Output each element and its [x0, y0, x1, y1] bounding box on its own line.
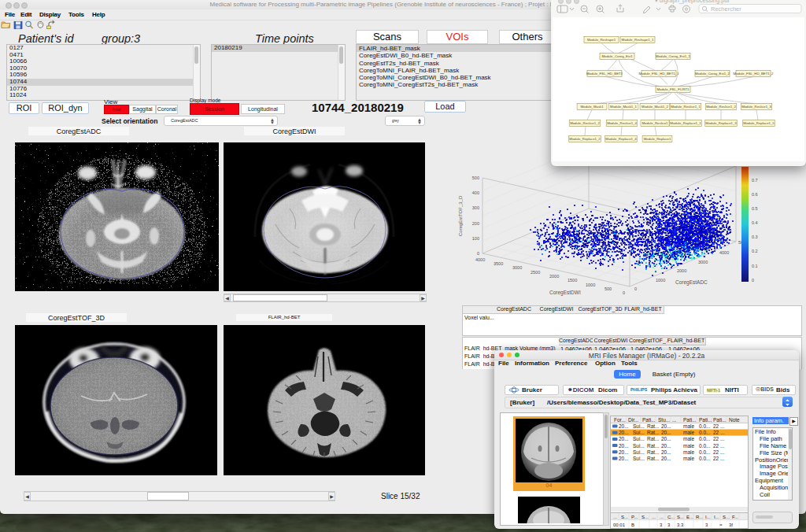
svg-text:Module_Replace1_5: Module_Replace1_5	[743, 121, 775, 125]
svg-text:0.0...: 0.0...	[699, 423, 711, 429]
svg-text:400: 400	[472, 190, 479, 195]
svg-text:Module_Reslice1_2: Module_Reslice1_2	[570, 121, 600, 125]
svg-text:00:01: 00:01	[613, 523, 626, 527]
svg-text:CoregEstDWI: CoregEstDWI	[549, 290, 581, 296]
svg-text:S...: S...	[621, 515, 628, 519]
svg-text:Rat...: Rat...	[647, 423, 660, 429]
svg-text:1500: 1500	[568, 278, 577, 283]
svg-text:Module_Replace1_1: Module_Replace1_1	[670, 121, 701, 125]
svg-text:0.2: 0.2	[752, 249, 758, 253]
svg-text:2500: 2500	[531, 270, 540, 275]
svg-text:3: 3	[660, 523, 663, 527]
svg-text:E...: E...	[686, 515, 693, 519]
svg-text:20...: 20...	[661, 423, 671, 429]
svg-text:Module_Reslice1: Module_Reslice1	[642, 121, 669, 125]
svg-text:S...: S...	[641, 515, 649, 519]
svg-text:Stu...: Stu...	[658, 417, 670, 423]
svg-text:Pati...: Pati...	[713, 417, 727, 423]
svg-text:3000: 3000	[512, 265, 522, 270]
svg-text:Module_Reslice1_3: Module_Reslice1_3	[741, 105, 771, 109]
svg-text:male: male	[683, 423, 694, 429]
svg-text:=: =	[719, 523, 723, 527]
svg-text:0: 0	[752, 278, 754, 283]
svg-text:...: ...	[652, 515, 656, 519]
svg-text:Module_Mask1_1: Module_Mask1_1	[610, 105, 638, 109]
svg-text:For...: For...	[614, 417, 626, 423]
svg-text:R...: R...	[696, 515, 704, 519]
svg-text:3: 3	[667, 523, 671, 527]
svg-text:3000: 3000	[698, 260, 708, 264]
svg-text:Module_FSL_HD_BET1: Module_FSL_HD_BET1	[586, 72, 623, 76]
svg-text:CoregEstTOF_3_D: CoregEstTOF_3_D	[458, 195, 463, 236]
svg-text:3.3: 3.3	[677, 523, 684, 527]
svg-text:Module_Replace1: Module_Replace1	[644, 137, 671, 141]
svg-text:I...: I...	[705, 515, 711, 519]
svg-text:Module_Replace1_4: Module_Replace1_4	[605, 137, 637, 141]
svg-text:22 ...: 22 ...	[713, 423, 725, 429]
svg-text:Module_Reslice1_4: Module_Reslice1_4	[607, 121, 637, 125]
svg-text:P...: P...	[631, 515, 638, 519]
svg-text:Dir...: Dir...	[628, 417, 639, 423]
svg-text:0: 0	[477, 251, 479, 256]
svg-text:Module_Replace1_2: Module_Replace1_2	[569, 137, 601, 141]
svg-text:300: 300	[472, 205, 479, 210]
svg-text:0: 0	[623, 290, 625, 295]
svg-text:4000: 4000	[475, 257, 485, 262]
svg-text:Module_Coreg_Est1: Module_Coreg_Est1	[601, 54, 633, 58]
svg-text:0.5: 0.5	[752, 206, 758, 211]
svg-text:3500: 3500	[494, 261, 503, 266]
svg-text:200: 200	[472, 221, 479, 226]
svg-text:Pati...: Pati...	[699, 417, 712, 423]
svg-text:0.4: 0.4	[752, 220, 758, 225]
svg-text:500: 500	[604, 286, 612, 291]
svg-text:0.1: 0.1	[752, 264, 758, 268]
svg-text:Module_Coreg_Est1_1: Module_Coreg_Est1_1	[656, 54, 691, 58]
svg-text:Pati...: Pati...	[683, 417, 697, 423]
svg-text:0.3: 0.3	[752, 235, 758, 239]
svg-text:1000: 1000	[656, 278, 665, 283]
svg-text:0: 0	[634, 286, 637, 291]
svg-text:3: 3	[705, 523, 708, 527]
svg-text:Module_Replace1_3: Module_Replace1_3	[705, 121, 737, 125]
svg-text:Module_Reslice1_2: Module_Reslice1_2	[706, 105, 736, 109]
svg-text:1000: 1000	[586, 283, 595, 287]
svg-text:Module_FSL_HD_BET1_2: Module_FSL_HD_BET1_2	[734, 72, 774, 76]
svg-text:Module_Mask1: Module_Mask1	[580, 105, 604, 109]
svg-text:500: 500	[472, 175, 479, 180]
svg-text:S...: S...	[677, 515, 684, 519]
svg-text:B: B	[631, 523, 634, 527]
svg-text:I...: I...	[714, 515, 719, 519]
svg-text:S...: S...	[723, 515, 730, 519]
svg-text:...: ...	[660, 515, 664, 519]
svg-text:...: ...	[613, 515, 617, 519]
svg-text:CoregEstADC: CoregEstADC	[675, 279, 708, 286]
svg-text:20...: 20...	[619, 423, 629, 429]
svg-text:Module_Reshape1: Module_Reshape1	[587, 38, 616, 42]
svg-text:Module_FSL_HD_BET1_1: Module_FSL_HD_BET1_1	[639, 72, 679, 76]
svg-text:Module_Mask1_2: Module_Mask1_2	[641, 105, 669, 109]
svg-text:Module_Reslice1_1: Module_Reslice1_1	[671, 105, 701, 109]
svg-text:Module_FSL_FLIRT1: Module_FSL_FLIRT1	[656, 87, 690, 91]
svg-text:...: ...	[672, 417, 677, 423]
svg-text:0.7: 0.7	[752, 178, 758, 183]
svg-text:Note: Note	[729, 417, 740, 423]
svg-text:2000: 2000	[677, 268, 686, 273]
svg-text:Rechercher: Rechercher	[711, 6, 741, 13]
svg-text:Module_Reshape1_1: Module_Reshape1_1	[622, 38, 654, 42]
svg-text:C...: C...	[667, 515, 675, 519]
svg-text:Pati...: Pati...	[642, 417, 656, 423]
svg-text:F...: F...	[732, 515, 738, 519]
svg-text:4000: 4000	[719, 250, 729, 255]
svg-text:100: 100	[472, 236, 479, 241]
svg-text:Sui...: Sui...	[633, 423, 645, 429]
svg-text:Module_Coreg_Est1_2: Module_Coreg_Est1_2	[695, 72, 730, 76]
svg-text:2000: 2000	[549, 274, 559, 279]
svg-text:0.6: 0.6	[752, 192, 758, 197]
